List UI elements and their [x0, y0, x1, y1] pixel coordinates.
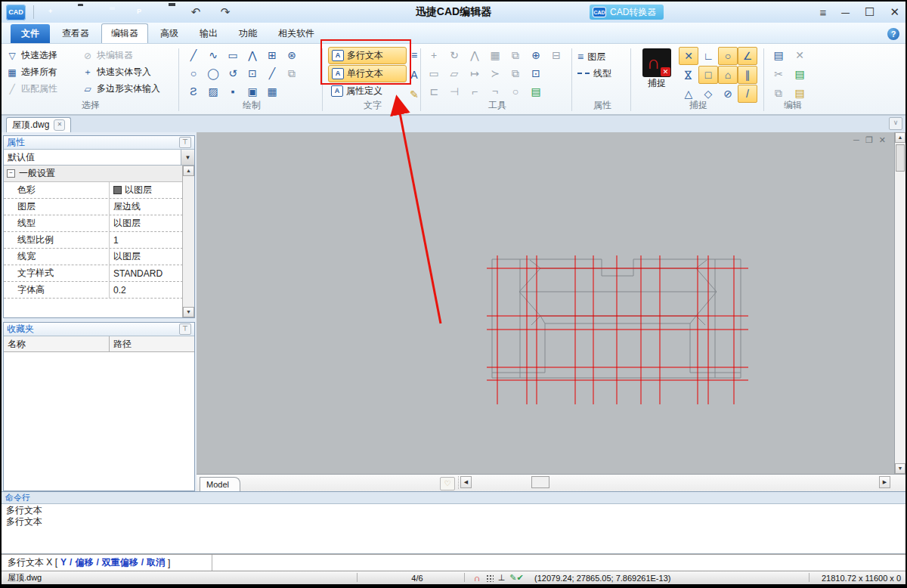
cad-converter-button[interactable]: CAD CAD转换器	[590, 5, 664, 20]
properties-scrollbar[interactable]: ▲ ▼	[182, 166, 194, 317]
property-row[interactable]: 图层屋边线	[4, 199, 183, 215]
collapse-icon[interactable]: −	[7, 169, 15, 178]
menu-item-1[interactable]: 查看器	[53, 24, 98, 43]
linetype-button[interactable]: 线型	[577, 65, 611, 82]
match-properties-button[interactable]: ╱匹配属性	[6, 82, 57, 96]
property-row[interactable]: 线型比例1	[4, 232, 183, 249]
dtext-button[interactable]: A单行文本	[328, 65, 407, 82]
property-value[interactable]: 以图层	[110, 250, 183, 263]
region-icon[interactable]: ⊡	[243, 65, 262, 82]
copy-entity-icon[interactable]: ⧉	[506, 47, 525, 63]
prompt-option-1[interactable]: 偏移	[75, 557, 93, 568]
chevron-down-icon[interactable]: ▼	[181, 150, 194, 165]
scroll-right-icon[interactable]: ▶	[879, 476, 890, 488]
ellipse-icon[interactable]: ◯	[204, 65, 222, 82]
polygon-entity-input-button[interactable]: ▱多边形实体输入	[82, 82, 160, 96]
scroll-up-icon[interactable]: ▲	[183, 166, 194, 176]
image-icon[interactable]: ▣	[243, 83, 262, 100]
mirror-icon[interactable]: ⋀	[466, 47, 484, 63]
snap-parallel-icon[interactable]: ∥	[738, 66, 757, 84]
property-value[interactable]: 屋边线	[110, 200, 183, 213]
scrollbar-thumb[interactable]	[896, 144, 905, 172]
property-value[interactable]: 以图层	[110, 217, 183, 230]
tab-overflow-icon[interactable]: ∨	[889, 117, 902, 130]
menu-item-5[interactable]: 功能	[230, 24, 266, 43]
property-value[interactable]: STANDARD	[110, 268, 183, 279]
mdi-minimize-icon[interactable]: ─	[853, 135, 859, 145]
menu-item-6[interactable]: 相关软件	[269, 24, 323, 43]
snap-angle-icon[interactable]: ∠	[738, 47, 757, 65]
scale-ref-icon[interactable]: ⊏	[425, 83, 443, 100]
move-icon[interactable]: +	[425, 47, 443, 63]
preset-dropdown[interactable]: 默认值 ▼	[4, 150, 194, 166]
insert-block-icon[interactable]: ⊞	[263, 47, 281, 63]
scroll-down-icon[interactable]: ▼	[895, 463, 905, 474]
snap-magnet-icon[interactable]: ∩	[474, 573, 481, 583]
scroll-down-icon[interactable]: ▼	[183, 307, 194, 317]
draft-check-icon[interactable]: ✎✔	[509, 573, 523, 583]
canvas-horizontal-scrollbar[interactable]: ◀ ▶	[458, 476, 890, 489]
pin-icon[interactable]: ⊤	[179, 323, 191, 335]
cad-drawing[interactable]	[482, 252, 754, 414]
ortho-toggle-icon[interactable]: ⊥	[498, 573, 506, 583]
property-row[interactable]: 线宽以图层	[4, 249, 183, 265]
favorites-col-path[interactable]: 路径	[110, 336, 132, 351]
property-value[interactable]: 以图层	[110, 184, 183, 197]
mtext-button[interactable]: A多行文本	[328, 47, 407, 64]
property-row[interactable]: 线型以图层	[4, 215, 183, 232]
property-value[interactable]: 1	[110, 235, 183, 246]
drawing-area[interactable]: ─ ❐ ✕ ▲	[197, 132, 905, 474]
circle-icon[interactable]: ○	[184, 65, 203, 82]
property-value[interactable]: 0.2	[110, 285, 183, 296]
scroll-up-icon[interactable]: ▲	[895, 132, 905, 143]
favorites-col-name[interactable]: 名称	[4, 336, 110, 351]
polyline-icon[interactable]: ⋀	[243, 47, 262, 63]
block-editor-button[interactable]: ⊘块编辑器	[82, 48, 160, 63]
layer-tool-icon[interactable]: ▤	[527, 83, 545, 100]
model-tab[interactable]: Model	[200, 477, 240, 491]
fillet-icon[interactable]: ⌐	[466, 83, 484, 100]
scrollbar-thumb[interactable]	[531, 476, 549, 488]
array-icon[interactable]: ▦	[486, 47, 504, 63]
help-icon[interactable]: ?	[887, 28, 899, 40]
menu-item-3[interactable]: 高级	[151, 24, 187, 43]
mdi-restore-icon[interactable]: ❐	[865, 135, 873, 145]
break-icon[interactable]: ≻	[486, 65, 504, 82]
minimize-icon[interactable]: ─	[841, 6, 850, 19]
snap-perpendicular-icon[interactable]: ∟	[698, 47, 718, 65]
replace-block-icon[interactable]: ⊕	[527, 47, 545, 63]
hatch-region-icon[interactable]: ⊛	[283, 47, 301, 63]
construction-line-icon[interactable]: ╱	[263, 65, 281, 82]
paste-block-icon[interactable]: ▤	[791, 66, 809, 82]
snap-center-icon[interactable]: ○	[718, 47, 738, 65]
menu-item-4[interactable]: 输出	[190, 24, 227, 43]
hatch-icon[interactable]: ▨	[204, 83, 222, 100]
trim-icon[interactable]: ⊣	[445, 83, 463, 100]
explode-icon[interactable]: ○	[506, 83, 525, 100]
stretch-icon[interactable]: ▭	[425, 65, 443, 82]
snap-insertion-icon[interactable]: ⌂	[718, 66, 738, 84]
quick-entity-import-button[interactable]: ＋快速实体导入	[82, 65, 160, 79]
spline-icon[interactable]: Ƨ	[184, 83, 203, 100]
mdi-close-icon[interactable]: ✕	[879, 135, 886, 145]
chamfer-icon[interactable]: ¬	[486, 83, 504, 100]
table-icon[interactable]: ▦	[263, 83, 281, 100]
copy-nested-icon[interactable]: ⧉	[506, 65, 525, 82]
line-icon[interactable]: ╱	[184, 47, 203, 63]
delete-icon[interactable]: ✕	[791, 47, 809, 63]
group-icon[interactable]: ⧉	[283, 65, 301, 82]
snap-toggle-button[interactable]: ∩✕ 捕捉	[639, 48, 674, 95]
point-icon[interactable]: ▪	[224, 83, 242, 100]
align-icon[interactable]: ⊟	[547, 47, 565, 63]
layout-expand-icon[interactable]: ♡	[440, 477, 455, 491]
measure-icon[interactable]: ↦	[466, 65, 484, 82]
properties-section-row[interactable]: − 一般设置	[4, 166, 183, 182]
snap-intersection-icon[interactable]: ✕	[679, 47, 698, 65]
import-block-icon[interactable]: ⊡	[527, 65, 545, 82]
rotate-icon[interactable]: ↻	[445, 47, 463, 63]
tab-close-icon[interactable]: ✕	[54, 119, 65, 131]
scale-icon[interactable]: ▱	[445, 65, 463, 82]
close-icon[interactable]: ✕	[890, 5, 899, 19]
quick-select-button[interactable]: ▽快速选择	[6, 48, 57, 63]
prompt-option-3[interactable]: 取消	[147, 557, 165, 568]
